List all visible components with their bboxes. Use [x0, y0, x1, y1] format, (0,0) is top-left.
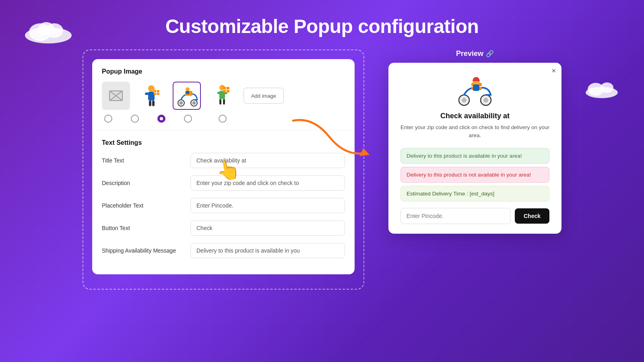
form-row-placeholder: Placeholder Text [102, 198, 345, 213]
svg-point-39 [483, 98, 488, 103]
radio-option-1[interactable] [104, 115, 112, 123]
svg-point-37 [462, 98, 466, 103]
form-row-shipping-msg: Shipping Availability Message [102, 243, 345, 258]
svg-rect-9 [145, 93, 149, 95]
popup-image-area [400, 74, 549, 106]
svg-rect-12 [152, 101, 155, 106]
svg-point-19 [192, 101, 196, 105]
cloud-decoration-right [584, 80, 620, 99]
config-wrapper: Popup Image [83, 49, 364, 290]
svg-rect-22 [186, 91, 189, 94]
popup-description: Enter your zip code and click on check t… [400, 123, 549, 140]
radio-circle-3-selected[interactable] [157, 115, 165, 123]
popup-pincode-input[interactable] [400, 208, 511, 224]
image-option-4[interactable] [208, 82, 236, 110]
radio-circle-1[interactable] [104, 115, 112, 123]
status-estimated-delivery: Estimated Delivery Time : [est_days] [400, 186, 549, 202]
svg-rect-25 [217, 92, 221, 94]
status-available-message: Delivery to this product is available in… [400, 148, 549, 164]
form-row-title: Title Text [102, 153, 345, 168]
add-image-button[interactable]: Add image [244, 88, 284, 104]
svg-rect-44 [473, 84, 479, 91]
radio-option-3[interactable] [157, 115, 165, 123]
form-row-description: Description [102, 175, 345, 191]
input-shipping-message[interactable] [190, 243, 345, 258]
radio-circle-2[interactable] [131, 115, 139, 123]
preview-label: Preview 🔗 [456, 49, 494, 58]
popup-inner: Check availability at Enter your zip cod… [388, 63, 561, 234]
popup-image-section-title: Popup Image [102, 68, 345, 75]
radio-option-4[interactable] [184, 115, 192, 123]
popup-image-section: Popup Image [92, 59, 355, 130]
popup-hero-image [453, 74, 497, 106]
label-title-text: Title Text [102, 157, 190, 164]
image-option-1[interactable] [102, 82, 130, 110]
preview-text: Preview [456, 49, 483, 58]
svg-point-21 [186, 87, 190, 91]
input-placeholder-text[interactable] [190, 198, 345, 213]
radio-circle-5[interactable] [219, 115, 227, 123]
image-placeholder-grey [102, 82, 130, 110]
radio-row [102, 115, 345, 123]
image-options-row: Add image [102, 82, 345, 110]
svg-point-7 [148, 85, 155, 92]
input-button-text[interactable] [190, 220, 345, 236]
status-unavailable-message: Delivery to this product is not availabl… [400, 167, 549, 183]
svg-point-35 [601, 82, 613, 93]
image-option-2[interactable] [137, 82, 165, 110]
label-shipping-message: Shipping Availability Message [102, 247, 190, 254]
external-link-icon: 🔗 [486, 50, 494, 58]
radio-option-5[interactable] [219, 115, 227, 123]
svg-rect-11 [149, 101, 151, 106]
popup-title: Check availability at [400, 112, 549, 120]
radio-option-2[interactable] [131, 115, 139, 123]
popup-input-row: Check [400, 208, 549, 224]
page-title: Customizable Popup configuration [0, 0, 644, 41]
svg-rect-8 [148, 92, 155, 101]
config-panel: Popup Image [92, 59, 355, 274]
image-option-3[interactable] [173, 82, 201, 110]
svg-rect-28 [223, 99, 225, 105]
label-description: Description [102, 180, 190, 186]
cloud-decoration-left [22, 20, 74, 44]
main-layout: Popup Image [0, 49, 644, 290]
popup-close-button[interactable]: × [551, 67, 556, 75]
svg-point-17 [180, 101, 183, 105]
svg-point-3 [38, 22, 54, 36]
radio-circle-4[interactable] [184, 115, 192, 123]
text-settings-title: Text Settings [102, 139, 345, 146]
input-title-text[interactable] [190, 153, 345, 168]
right-section: Preview 🔗 × [388, 49, 561, 234]
form-row-button: Button Text [102, 220, 345, 236]
text-settings-section: Text Settings Title Text Description Pla… [92, 130, 355, 274]
popup-check-button[interactable]: Check [515, 208, 549, 224]
svg-rect-27 [219, 99, 221, 105]
input-description[interactable] [190, 175, 345, 191]
preview-popup: × [388, 63, 561, 234]
label-button-text: Button Text [102, 225, 190, 231]
label-placeholder-text: Placeholder Text [102, 202, 190, 209]
